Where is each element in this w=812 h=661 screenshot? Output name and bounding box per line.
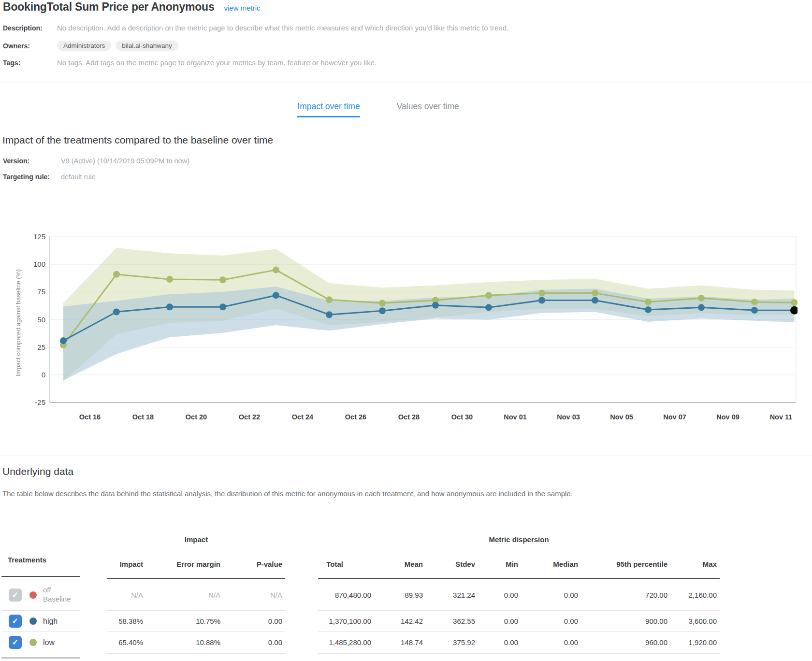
targeting-rule-row: Targeting rule: default rule	[3, 173, 96, 181]
data-point-low[interactable]	[592, 290, 598, 297]
tags-value: No tags. Add tags on the metric page to …	[57, 58, 377, 67]
x-tick-label: Nov 11	[770, 413, 793, 421]
dispersion-cell: 0.00	[478, 638, 521, 647]
y-tick-label: 125	[33, 232, 45, 241]
x-tick-label: Oct 26	[345, 413, 366, 421]
dispersion-cell: 1,370,100.00	[318, 617, 374, 625]
impact-cells-off: N/AN/AN/A	[107, 579, 285, 611]
tab-impact-over-time[interactable]: Impact over time	[297, 101, 360, 117]
treatment-name: off	[43, 586, 71, 595]
col-header-95th-percentile: 95th percentile	[581, 560, 670, 568]
treatment-checkbox-low[interactable]: ✓	[9, 636, 22, 649]
group-header-impact: Impact	[107, 535, 285, 544]
owner-pill-list: Administratorsbilal.al-shahwany	[57, 41, 183, 51]
underlying-data-description: The table below describes the data behin…	[2, 489, 727, 498]
x-tick-label: Nov 09	[716, 413, 740, 421]
x-tick-label: Nov 07	[663, 413, 686, 421]
x-tick-label: Oct 16	[79, 413, 101, 421]
data-point-high[interactable]	[60, 337, 67, 344]
data-point-low[interactable]	[219, 276, 226, 283]
data-point-low[interactable]	[113, 271, 120, 278]
data-point-high[interactable]	[273, 292, 279, 299]
data-point-low[interactable]	[485, 292, 492, 299]
data-point-high[interactable]	[379, 307, 386, 314]
check-icon: ✓	[12, 638, 18, 647]
data-point-high[interactable]	[645, 306, 652, 313]
data-point-low[interactable]	[645, 299, 652, 305]
version-row: Version: V9 (Active) (10/14/2019 05:09PM…	[3, 157, 189, 165]
col-header-error-margin: Error margin	[146, 560, 223, 568]
data-point-high[interactable]	[485, 304, 492, 311]
treatment-label-high: high	[43, 617, 58, 626]
dispersion-cell: 3,600.00	[670, 617, 720, 625]
owners-label: Owners:	[3, 42, 57, 50]
dispersion-cell: 148.74	[374, 638, 426, 647]
dispersion-cell: 0.00	[478, 591, 521, 599]
dispersion-cell: 870,480.00	[318, 591, 374, 599]
dispersion-cell: 2,160.00	[670, 591, 720, 599]
x-tick-label: Oct 24	[292, 413, 313, 421]
y-axis-label: Impact compared against baseline (%)	[14, 269, 22, 376]
dispersion-cell: 720.00	[581, 591, 670, 599]
header: BookingTotal Sum Price per Anonymous vie…	[3, 0, 261, 14]
data-point-high[interactable]	[219, 303, 226, 310]
y-tick-label: 0	[42, 371, 45, 379]
dispersion-cell: 900.00	[581, 617, 670, 625]
view-metric-link[interactable]: view metric	[224, 4, 261, 12]
group-header-metric-dispersion: Metric dispersion	[318, 535, 720, 544]
data-point-low[interactable]	[273, 267, 279, 273]
data-point-high[interactable]	[538, 297, 545, 303]
y-tick-label: -25	[35, 398, 45, 406]
treatment-color-dot-off	[29, 591, 37, 599]
data-point-low[interactable]	[751, 299, 758, 305]
dispersion-cell: 0.00	[521, 617, 581, 625]
dispersion-cell: 0.00	[521, 591, 581, 599]
col-header-mean: Mean	[374, 560, 426, 568]
data-point-low[interactable]	[791, 299, 798, 306]
tab-values-over-time[interactable]: Values over time	[397, 101, 459, 117]
impact-cell: 0.00	[223, 617, 285, 625]
dispersion-cell: 960.00	[581, 638, 670, 647]
data-point-low[interactable]	[379, 300, 386, 306]
description-row: Description: No description. Add a descr…	[3, 24, 508, 32]
data-point-high[interactable]	[698, 304, 705, 311]
data-point-low[interactable]	[538, 290, 545, 297]
tags-row: Tags: No tags. Add tags on the metric pa…	[3, 58, 377, 67]
data-point-low[interactable]	[326, 296, 333, 303]
treatments-column-header: Treatments	[8, 556, 46, 564]
owners-row: Owners: Administratorsbilal.al-shahwany	[3, 41, 183, 51]
data-point-high[interactable]	[326, 311, 333, 318]
check-icon: ✓	[12, 590, 18, 600]
header-divider	[0, 83, 812, 83]
treatment-color-dot-high	[29, 618, 37, 625]
dispersion-cell: 142.42	[374, 617, 426, 625]
table-row-low[interactable]: ✓low	[2, 632, 105, 653]
treatment-checkbox-high[interactable]: ✓	[9, 615, 22, 628]
data-point-high[interactable]	[113, 308, 120, 315]
y-tick-label: 50	[37, 316, 45, 324]
data-point-low[interactable]	[698, 295, 705, 302]
dispersion-cell: 1,920.00	[670, 638, 720, 647]
data-point-high[interactable]	[166, 303, 173, 310]
data-point-high[interactable]	[751, 307, 758, 314]
targeting-rule-label: Targeting rule:	[3, 173, 61, 181]
treatment-checkbox-off[interactable]: ✓	[9, 589, 22, 602]
page-title: BookingTotal Sum Price per Anonymous	[3, 0, 215, 14]
data-point-high[interactable]	[592, 297, 598, 303]
table-row-high[interactable]: ✓high	[2, 611, 105, 632]
data-point-high[interactable]	[432, 302, 439, 309]
impact-cell: 65.40%	[107, 638, 146, 647]
col-header-max: Max	[670, 560, 720, 568]
impact-cell: 10.75%	[146, 617, 223, 625]
check-icon: ✓	[12, 617, 18, 626]
description-value: No description. Add a description on the…	[57, 24, 508, 32]
version-label: Version:	[3, 157, 61, 165]
x-tick-label: Nov 03	[557, 413, 580, 421]
dispersion-column-headers: TotalMeanStdevMinMedian95th percentileMa…	[318, 553, 720, 575]
dispersion-cell: 1,485,280.00	[318, 638, 374, 647]
dispersion-cell: 89.93	[374, 591, 426, 599]
data-point-low[interactable]	[166, 276, 173, 283]
treatment-label-low: low	[43, 638, 55, 647]
impact-column-headers: ImpactError marginP-value	[107, 553, 285, 575]
table-row-off[interactable]: ✓offBaseline	[2, 579, 105, 611]
